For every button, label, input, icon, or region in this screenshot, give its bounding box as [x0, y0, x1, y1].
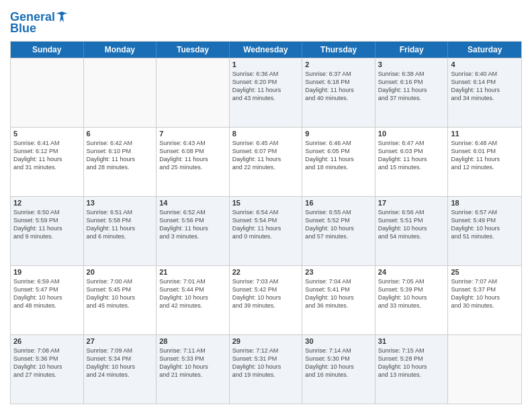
calendar-day: 8Sunrise: 6:45 AM Sunset: 6:07 PM Daylig… [230, 128, 303, 196]
day-info: Sunrise: 6:42 AM Sunset: 6:10 PM Dayligh… [87, 139, 154, 172]
calendar-day: 4Sunrise: 6:40 AM Sunset: 6:14 PM Daylig… [448, 58, 521, 127]
day-info: Sunrise: 7:01 AM Sunset: 5:44 PM Dayligh… [159, 277, 226, 310]
day-info: Sunrise: 6:57 AM Sunset: 5:49 PM Dayligh… [451, 208, 519, 241]
day-info: Sunrise: 7:14 AM Sunset: 5:30 PM Dayligh… [305, 347, 372, 379]
day-info: Sunrise: 7:07 AM Sunset: 5:37 PM Dayligh… [451, 277, 519, 310]
day-info: Sunrise: 6:51 AM Sunset: 5:58 PM Dayligh… [87, 208, 154, 241]
day-number: 4 [451, 60, 519, 68]
day-number: 11 [451, 130, 519, 138]
day-number: 26 [13, 337, 81, 345]
day-info: Sunrise: 7:04 AM Sunset: 5:41 PM Dayligh… [305, 277, 372, 310]
day-number: 21 [159, 268, 226, 276]
weekday-header: Sunday [11, 42, 84, 58]
page: General Blue SundayMondayTuesdayWednesda… [0, 0, 532, 411]
weekday-header: Saturday [448, 42, 521, 58]
day-number: 15 [232, 199, 300, 207]
day-number: 9 [305, 130, 372, 138]
day-info: Sunrise: 7:05 AM Sunset: 5:39 PM Dayligh… [378, 277, 445, 310]
day-number: 30 [305, 337, 372, 345]
day-number: 1 [232, 60, 300, 68]
calendar-day: 22Sunrise: 7:03 AM Sunset: 5:42 PM Dayli… [230, 266, 303, 334]
calendar-day: 1Sunrise: 6:36 AM Sunset: 6:20 PM Daylig… [230, 58, 303, 127]
day-number: 24 [378, 268, 445, 276]
calendar: SundayMondayTuesdayWednesdayThursdayFrid… [10, 41, 522, 404]
calendar-day: 29Sunrise: 7:12 AM Sunset: 5:31 PM Dayli… [230, 335, 303, 404]
calendar-day: 21Sunrise: 7:01 AM Sunset: 5:44 PM Dayli… [157, 266, 230, 334]
calendar-day: 20Sunrise: 7:00 AM Sunset: 5:45 PM Dayli… [84, 266, 157, 334]
day-info: Sunrise: 6:47 AM Sunset: 6:03 PM Dayligh… [378, 139, 445, 172]
calendar-day: 24Sunrise: 7:05 AM Sunset: 5:39 PM Dayli… [375, 266, 449, 334]
day-number: 13 [87, 199, 154, 207]
day-info: Sunrise: 6:52 AM Sunset: 5:56 PM Dayligh… [159, 208, 226, 241]
calendar-day: 28Sunrise: 7:11 AM Sunset: 5:33 PM Dayli… [157, 335, 230, 404]
day-number: 28 [159, 337, 226, 345]
day-info: Sunrise: 6:55 AM Sunset: 5:52 PM Dayligh… [305, 208, 372, 241]
weekday-header: Monday [84, 42, 157, 58]
day-info: Sunrise: 7:11 AM Sunset: 5:33 PM Dayligh… [159, 347, 226, 379]
day-info: Sunrise: 6:46 AM Sunset: 6:05 PM Dayligh… [305, 139, 372, 172]
day-number: 25 [451, 268, 519, 276]
calendar-day: 2Sunrise: 6:37 AM Sunset: 6:18 PM Daylig… [302, 58, 375, 127]
weekday-header: Tuesday [157, 42, 230, 58]
day-number: 7 [159, 130, 226, 138]
calendar-empty [448, 335, 521, 404]
calendar-day: 23Sunrise: 7:04 AM Sunset: 5:41 PM Dayli… [302, 266, 375, 334]
calendar-empty [157, 58, 230, 127]
day-info: Sunrise: 6:43 AM Sunset: 6:08 PM Dayligh… [159, 139, 226, 172]
day-number: 12 [13, 199, 81, 207]
day-number: 6 [87, 130, 154, 138]
day-info: Sunrise: 6:54 AM Sunset: 5:54 PM Dayligh… [232, 208, 300, 241]
calendar-day: 5Sunrise: 6:41 AM Sunset: 6:12 PM Daylig… [11, 128, 84, 196]
day-number: 14 [159, 199, 226, 207]
day-info: Sunrise: 6:59 AM Sunset: 5:47 PM Dayligh… [13, 277, 81, 310]
day-info: Sunrise: 7:03 AM Sunset: 5:42 PM Dayligh… [232, 277, 300, 310]
calendar-day: 14Sunrise: 6:52 AM Sunset: 5:56 PM Dayli… [157, 197, 230, 265]
calendar-day: 3Sunrise: 6:38 AM Sunset: 6:16 PM Daylig… [375, 58, 449, 127]
day-number: 31 [378, 337, 445, 345]
day-info: Sunrise: 6:38 AM Sunset: 6:16 PM Dayligh… [378, 70, 445, 103]
calendar-week: 1Sunrise: 6:36 AM Sunset: 6:20 PM Daylig… [11, 58, 521, 127]
calendar-day: 12Sunrise: 6:50 AM Sunset: 5:59 PM Dayli… [11, 197, 84, 265]
day-number: 5 [13, 130, 81, 138]
day-number: 10 [378, 130, 445, 138]
day-info: Sunrise: 7:15 AM Sunset: 5:28 PM Dayligh… [378, 347, 445, 379]
day-info: Sunrise: 6:37 AM Sunset: 6:18 PM Dayligh… [305, 70, 372, 103]
weekday-header: Thursday [302, 42, 375, 58]
day-info: Sunrise: 6:50 AM Sunset: 5:59 PM Dayligh… [13, 208, 81, 241]
day-number: 3 [378, 60, 445, 68]
day-number: 17 [378, 199, 445, 207]
day-info: Sunrise: 6:41 AM Sunset: 6:12 PM Dayligh… [13, 139, 81, 172]
weekday-header: Friday [375, 42, 449, 58]
day-number: 18 [451, 199, 519, 207]
calendar-day: 26Sunrise: 7:08 AM Sunset: 5:36 PM Dayli… [11, 335, 84, 404]
logo-bird-icon [56, 11, 67, 24]
calendar-header-row: SundayMondayTuesdayWednesdayThursdayFrid… [11, 42, 521, 58]
calendar-week: 5Sunrise: 6:41 AM Sunset: 6:12 PM Daylig… [11, 127, 521, 196]
calendar-week: 12Sunrise: 6:50 AM Sunset: 5:59 PM Dayli… [11, 196, 521, 265]
calendar-week: 19Sunrise: 6:59 AM Sunset: 5:47 PM Dayli… [11, 265, 521, 334]
day-number: 8 [232, 130, 300, 138]
calendar-day: 10Sunrise: 6:47 AM Sunset: 6:03 PM Dayli… [375, 128, 449, 196]
weekday-header: Wednesday [230, 42, 303, 58]
calendar-day: 15Sunrise: 6:54 AM Sunset: 5:54 PM Dayli… [230, 197, 303, 265]
calendar-day: 30Sunrise: 7:14 AM Sunset: 5:30 PM Dayli… [302, 335, 375, 404]
calendar-day: 27Sunrise: 7:09 AM Sunset: 5:34 PM Dayli… [84, 335, 157, 404]
day-number: 23 [305, 268, 372, 276]
calendar-day: 11Sunrise: 6:48 AM Sunset: 6:01 PM Dayli… [448, 128, 521, 196]
calendar-day: 13Sunrise: 6:51 AM Sunset: 5:58 PM Dayli… [84, 197, 157, 265]
day-number: 2 [305, 60, 372, 68]
day-info: Sunrise: 6:40 AM Sunset: 6:14 PM Dayligh… [451, 70, 519, 103]
logo-blue: Blue [10, 21, 36, 36]
day-info: Sunrise: 7:12 AM Sunset: 5:31 PM Dayligh… [232, 347, 300, 379]
calendar-empty [11, 58, 84, 127]
calendar-day: 6Sunrise: 6:42 AM Sunset: 6:10 PM Daylig… [84, 128, 157, 196]
day-number: 29 [232, 337, 300, 345]
day-number: 19 [13, 268, 81, 276]
day-info: Sunrise: 7:00 AM Sunset: 5:45 PM Dayligh… [87, 277, 154, 310]
calendar-day: 9Sunrise: 6:46 AM Sunset: 6:05 PM Daylig… [302, 128, 375, 196]
calendar-week: 26Sunrise: 7:08 AM Sunset: 5:36 PM Dayli… [11, 334, 521, 404]
day-info: Sunrise: 7:09 AM Sunset: 5:34 PM Dayligh… [87, 347, 154, 379]
day-info: Sunrise: 6:45 AM Sunset: 6:07 PM Dayligh… [232, 139, 300, 172]
calendar-day: 31Sunrise: 7:15 AM Sunset: 5:28 PM Dayli… [375, 335, 449, 404]
day-number: 16 [305, 199, 372, 207]
